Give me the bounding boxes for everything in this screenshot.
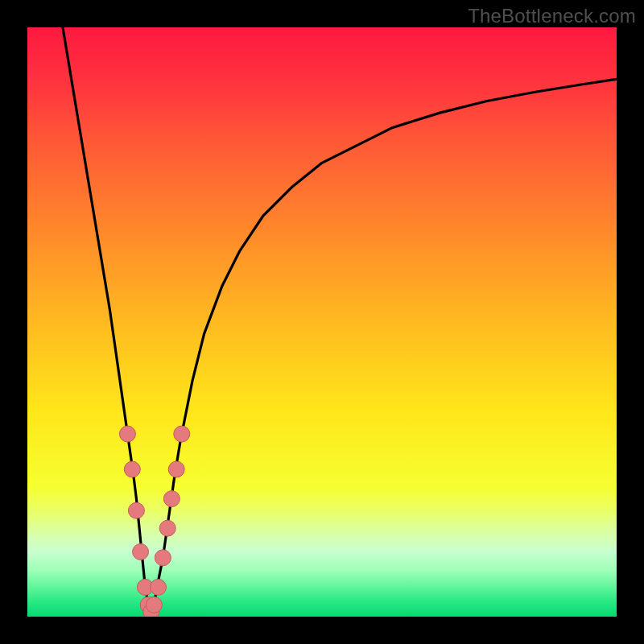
data-marker xyxy=(155,550,171,566)
outer-frame: TheBottleneck.com xyxy=(0,0,644,644)
data-marker xyxy=(163,491,180,507)
plot-area xyxy=(27,27,617,617)
data-marker xyxy=(119,426,135,442)
chart-svg xyxy=(27,27,617,617)
data-marker xyxy=(146,597,162,613)
data-marker xyxy=(133,543,149,559)
data-marker xyxy=(151,579,167,595)
data-marker xyxy=(159,520,175,536)
data-marker xyxy=(168,461,184,477)
watermark-text: TheBottleneck.com xyxy=(468,5,636,27)
data-marker xyxy=(174,426,190,442)
data-marker xyxy=(124,461,140,477)
gradient-background xyxy=(27,27,617,617)
data-marker xyxy=(128,502,144,518)
